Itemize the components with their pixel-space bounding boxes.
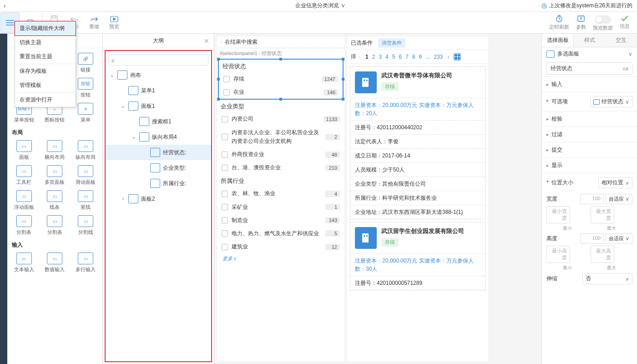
page-number[interactable]: 6 [397, 53, 404, 61]
component-item[interactable]: ▭工具栏 [9, 163, 39, 187]
tree-item[interactable]: ›面板2 [106, 191, 211, 207]
width-input[interactable]: 100 [580, 194, 604, 204]
chevron-down-icon[interactable]: ∨ [628, 51, 632, 57]
svg-rect-10 [362, 78, 369, 87]
preview-button[interactable]: 预览 [105, 12, 124, 33]
dd-toggle-outline[interactable]: 显示/隐藏组件大纲 [15, 21, 76, 36]
component-item[interactable]: ▭分割条 [40, 213, 70, 238]
preview-data-toggle[interactable]: 预览数据 [592, 12, 613, 32]
page-number[interactable]: 7 [404, 53, 410, 61]
component-item[interactable]: ▭滑动面板 [71, 163, 101, 187]
info-button[interactable]: 信息 [614, 12, 635, 32]
component-item[interactable]: ▭分割条 [9, 213, 39, 238]
tree-item[interactable]: 所属行业: [106, 176, 211, 191]
more-link[interactable]: 更多∨ [217, 253, 344, 264]
svg-rect-14 [364, 235, 365, 237]
timer-refresh-button[interactable]: 定时刷新 [549, 12, 570, 32]
component-item[interactable]: ▭分割线 [71, 213, 101, 238]
component-item[interactable]: ▭面板 [9, 138, 39, 162]
filter-option[interactable]: 制造业143 [217, 214, 344, 227]
component-item[interactable]: ▭线条 [40, 188, 70, 212]
page-number[interactable]: 4 [384, 53, 390, 61]
section-display[interactable]: 显示 [551, 162, 562, 169]
page-number[interactable]: 2 [370, 53, 377, 61]
clear-conditions-button[interactable]: 清空条件 [378, 38, 405, 48]
max-width-input[interactable]: 最大宽度 [591, 206, 614, 223]
tree-item[interactable]: 搜索框1 [106, 114, 211, 129]
filter-option[interactable]: 内资非法人企业、非公司私营企业及内资非公司企业分支机构2 [217, 126, 344, 148]
filter-option[interactable]: 内资公司1133 [217, 112, 344, 126]
left-rail[interactable] [0, 34, 7, 364]
options-field-select[interactable]: 经营状态 ∨ [590, 96, 632, 107]
page-prev[interactable]: ‹ [359, 54, 361, 60]
outline-header: 大纲 ✕ [103, 34, 214, 48]
component-item[interactable]: ▭数值输入 [40, 251, 70, 275]
filter-option[interactable]: 外商投资企业48 [217, 148, 344, 161]
component-item[interactable]: ▭横向布局 [40, 138, 70, 162]
dd-reset-theme[interactable]: 重置当前主题 [15, 50, 76, 64]
height-input[interactable]: 100 [580, 233, 604, 244]
min-height-input[interactable]: 最小高度 [546, 246, 570, 263]
dd-save-template[interactable]: 保存为模板 [15, 64, 76, 78]
company-name[interactable]: 武汉奇普微半导体有限公司 [381, 71, 452, 80]
page-number[interactable]: ... [424, 53, 432, 61]
component-item[interactable]: ▭多页面板 [40, 163, 70, 187]
section-input[interactable]: 输入 [551, 81, 562, 88]
tree-item[interactable]: ⌄纵向布局4 [106, 129, 211, 145]
page-next[interactable]: › [447, 54, 449, 60]
redo-button[interactable]: 重做 [85, 12, 104, 33]
tree-item[interactable]: 菜单1 [106, 83, 211, 98]
section-options[interactable]: 可选项 [551, 98, 568, 106]
page-number[interactable]: 3 [377, 53, 384, 61]
page-number[interactable]: 8 [410, 53, 417, 61]
params-button[interactable]: x参数 [571, 12, 592, 32]
svg-rect-13 [362, 233, 369, 243]
tab-interact[interactable]: 交互 [606, 34, 637, 47]
tree-item[interactable]: ⌄面板1 [106, 98, 211, 114]
close-icon[interactable]: ✕ [204, 37, 209, 45]
outline-search[interactable]: ⌕ [108, 55, 208, 66]
filter-option[interactable]: 建筑业12 [217, 240, 344, 253]
filter-option[interactable]: 台、港、澳投资企业210 [217, 161, 344, 174]
dd-open-resource[interactable]: 在资源中打开 [15, 93, 76, 107]
section-validate[interactable]: 校验 [551, 115, 562, 123]
tab-style[interactable]: 样式 [574, 34, 605, 47]
component-item[interactable]: ▭文本输入 [9, 251, 39, 275]
filter-option[interactable]: 电力、热力、燃气及水生产和供应业5 [217, 227, 344, 240]
grid-view-icon[interactable] [454, 53, 461, 61]
tree-item[interactable]: 企业类型: [106, 160, 211, 176]
page-number[interactable]: 233 [432, 53, 445, 61]
page-number[interactable]: 9 [417, 53, 424, 61]
component-item[interactable]: ▭多行输入 [71, 251, 101, 275]
filter-option[interactable]: 采矿业1 [217, 201, 344, 214]
component-item[interactable]: ▭浮动面板 [9, 188, 39, 212]
min-width-input[interactable]: 最小宽度 [546, 206, 570, 223]
section-layout: 布局 [9, 125, 101, 138]
canvas-search[interactable]: ○ 在结果中搜索 [217, 36, 344, 48]
dd-switch-theme[interactable]: 切换主题 [15, 35, 76, 50]
height-mode[interactable]: 自适应 ∨ [606, 233, 632, 244]
chevron-right-icon[interactable]: › [4, 3, 5, 9]
section-submit[interactable]: 提交 [551, 146, 562, 154]
page-number[interactable]: 5 [390, 53, 397, 61]
width-mode[interactable]: 自适应 ∨ [606, 194, 632, 204]
page-title[interactable]: 企业信息分类浏览 ∨ [7, 2, 633, 10]
component-item[interactable]: ▭纵向布局 [71, 138, 101, 162]
filter-option[interactable]: 存续1247 [219, 72, 343, 86]
page-number[interactable]: 1 [364, 53, 370, 61]
tree-item[interactable]: ⌄画布 [106, 67, 211, 83]
dd-manage-template[interactable]: 管理模板 [15, 78, 76, 92]
fx-field[interactable]: 经营状态=x [546, 62, 632, 75]
tab-select-panel[interactable]: 选择面板 [542, 34, 574, 47]
stretch-select[interactable]: 否∨ [582, 273, 632, 284]
position-mode-select[interactable]: 相对位置 ∨ [598, 177, 632, 188]
company-name[interactable]: 武汉留学生创业园发展有限公司 [381, 227, 464, 235]
filter-option[interactable]: 在业146 [219, 86, 343, 99]
filter-option[interactable]: 农、林、牧、渔业4 [217, 187, 344, 200]
section-filter[interactable]: 过滤 [551, 131, 562, 138]
svg-text:x: x [580, 15, 582, 21]
section-position[interactable]: 位置大小 [551, 179, 573, 187]
component-item[interactable]: ▭竖线 [71, 188, 101, 212]
tree-item[interactable]: 经营状态: [106, 145, 211, 160]
max-height-input[interactable]: 最大高度 [591, 246, 614, 263]
